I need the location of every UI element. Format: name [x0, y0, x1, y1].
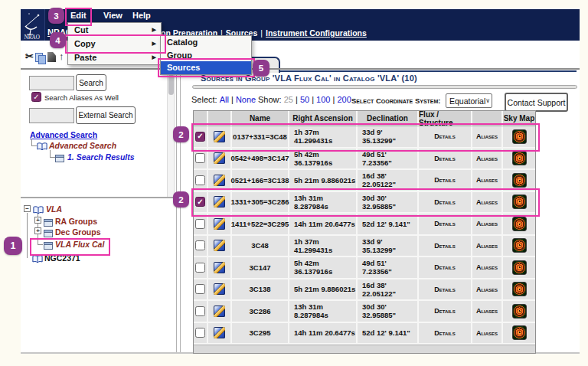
details-link[interactable]: Details: [434, 155, 455, 162]
menu-item-cut[interactable]: Cut▶: [68, 23, 161, 37]
copy-icon[interactable]: [35, 53, 46, 63]
menu-edit[interactable]: Edit: [70, 11, 87, 20]
external-search-button[interactable]: External Search: [76, 106, 136, 124]
move-up-icon[interactable]: ↑: [59, 51, 64, 62]
show-label: Show:: [258, 95, 282, 104]
select-all-link[interactable]: All: [220, 95, 229, 104]
edit-source-icon[interactable]: [214, 262, 225, 273]
details-link[interactable]: Details: [434, 220, 455, 227]
details-link[interactable]: Details: [434, 198, 455, 206]
tree-item-vla-flux-cal[interactable]: VLA Flux Cal: [55, 240, 104, 249]
sky-map-icon[interactable]: [512, 238, 527, 253]
toolbar-divider: [21, 68, 580, 70]
submenu-item-catalog[interactable]: Catalog: [161, 36, 251, 49]
details-link[interactable]: Details: [434, 286, 455, 293]
select-none-link[interactable]: None: [236, 95, 256, 104]
sky-map-icon[interactable]: [512, 129, 527, 144]
menu-help[interactable]: Help: [132, 11, 151, 20]
edit-source-icon[interactable]: [214, 152, 225, 164]
source-name: 3C295: [232, 323, 289, 344]
row-select-checkbox[interactable]: [195, 219, 205, 229]
aliases-link[interactable]: Aliases: [476, 307, 498, 315]
aliases-link[interactable]: Aliases: [476, 286, 498, 293]
aliases-link[interactable]: Aliases: [476, 242, 498, 250]
callout-badge-1: 1: [4, 237, 22, 255]
details-link[interactable]: Details: [434, 242, 455, 250]
edit-source-icon[interactable]: [214, 306, 225, 317]
row-select-checkbox[interactable]: [195, 175, 205, 185]
advanced-search-link[interactable]: Advanced Search: [30, 130, 97, 139]
show-50-link[interactable]: 50: [300, 95, 309, 104]
aliases-link[interactable]: Aliases: [476, 329, 498, 337]
source-table-row: 3C29514h 11m 20.6477s52d 12' 9.141"Detai…: [194, 323, 535, 345]
aliases-link[interactable]: Aliases: [476, 263, 498, 271]
edit-source-icon[interactable]: [214, 175, 225, 186]
expand-toggle-plus[interactable]: +: [34, 227, 41, 234]
search-aliases-checkbox[interactable]: ✓: [31, 92, 41, 102]
coordinate-system-select[interactable]: Equatorial ∨: [446, 93, 492, 108]
edit-source-icon[interactable]: [214, 327, 225, 338]
tree-item-dec-groups[interactable]: Dec Groups: [55, 227, 101, 237]
aliases-link[interactable]: Aliases: [476, 155, 498, 162]
menu-item-paste[interactable]: Paste▶: [68, 51, 161, 64]
menu-view[interactable]: View: [103, 11, 122, 20]
select-controls: Select: All | None: [191, 95, 256, 104]
tree-item-ngc2371[interactable]: NGC2371: [44, 253, 80, 263]
tree-item-search-results[interactable]: 1. Search Results: [67, 152, 135, 162]
aliases-link[interactable]: Aliases: [476, 220, 498, 227]
tree-item-vla[interactable]: VLA: [46, 204, 62, 214]
search-input[interactable]: [29, 76, 74, 90]
details-link[interactable]: Details: [434, 176, 455, 184]
row-select-checkbox[interactable]: [195, 153, 205, 163]
cut-icon[interactable]: ✂: [25, 51, 34, 62]
sky-map-icon[interactable]: [512, 282, 527, 296]
details-link[interactable]: Details: [434, 263, 455, 271]
sky-map-icon[interactable]: [512, 194, 527, 209]
row-select-checkbox[interactable]: ✓: [195, 132, 205, 142]
expand-toggle-plus[interactable]: +: [34, 217, 41, 224]
details-link[interactable]: Details: [434, 329, 455, 337]
search-button[interactable]: Search: [76, 74, 106, 91]
external-search-input[interactable]: [29, 108, 74, 123]
row-select-checkbox[interactable]: [195, 284, 205, 294]
row-select-checkbox[interactable]: [195, 240, 205, 250]
sky-map-icon[interactable]: [512, 173, 527, 188]
show-current: 25: [284, 95, 293, 104]
row-select-checkbox[interactable]: [195, 306, 205, 316]
submenu-item-group[interactable]: Group: [161, 49, 251, 62]
aliases-link[interactable]: Aliases: [476, 198, 498, 206]
show-200-link[interactable]: 200: [337, 95, 351, 104]
sky-map-icon[interactable]: [512, 217, 527, 231]
radio-telescope-icon: NRAO: [23, 11, 43, 39]
aliases-link[interactable]: Aliases: [476, 176, 498, 184]
edit-source-icon[interactable]: [214, 283, 225, 295]
contact-support-button[interactable]: Contact Support: [505, 93, 568, 112]
details-link[interactable]: Details: [434, 132, 455, 140]
declination-value: 16d 38' 22.05122": [358, 279, 419, 300]
show-100-link[interactable]: 100: [316, 95, 330, 104]
sky-map-icon[interactable]: [512, 325, 527, 340]
details-link[interactable]: Details: [434, 307, 455, 315]
right-ascension-value: 13h 31m 8.287984s: [289, 192, 358, 213]
left-panel-scrollbar-thumb[interactable]: [168, 74, 174, 95]
edit-source-icon[interactable]: [214, 196, 225, 208]
edit-source-icon[interactable]: [214, 131, 225, 142]
sky-map-icon[interactable]: [512, 151, 527, 165]
copy-submenu: Catalog Group Sources: [160, 35, 252, 75]
sky-map-icon[interactable]: [512, 304, 527, 319]
row-select-checkbox[interactable]: [195, 328, 205, 338]
tree-item-advanced-search[interactable]: Advanced Search: [49, 141, 116, 150]
right-ascension-value: 5h 21m 9.886021s: [289, 170, 358, 191]
source-table-row: 1411+522=3C29514h 11m 20.6477s52d 12' 9.…: [194, 214, 535, 236]
submenu-item-sources[interactable]: Sources: [161, 61, 251, 74]
menu-item-copy[interactable]: Copy▶: [68, 37, 161, 51]
sky-map-icon[interactable]: [512, 260, 527, 275]
edit-source-icon[interactable]: [214, 240, 225, 251]
row-select-checkbox[interactable]: [195, 263, 205, 273]
nav-link-instrument-configurations[interactable]: Instrument Configurations: [266, 28, 367, 38]
collapse-toggle-minus[interactable]: −: [24, 205, 31, 212]
tree-item-ra-groups[interactable]: RA Groups: [55, 217, 97, 226]
row-select-checkbox[interactable]: ✓: [195, 197, 205, 207]
edit-source-icon[interactable]: [214, 218, 225, 230]
aliases-link[interactable]: Aliases: [476, 132, 498, 140]
